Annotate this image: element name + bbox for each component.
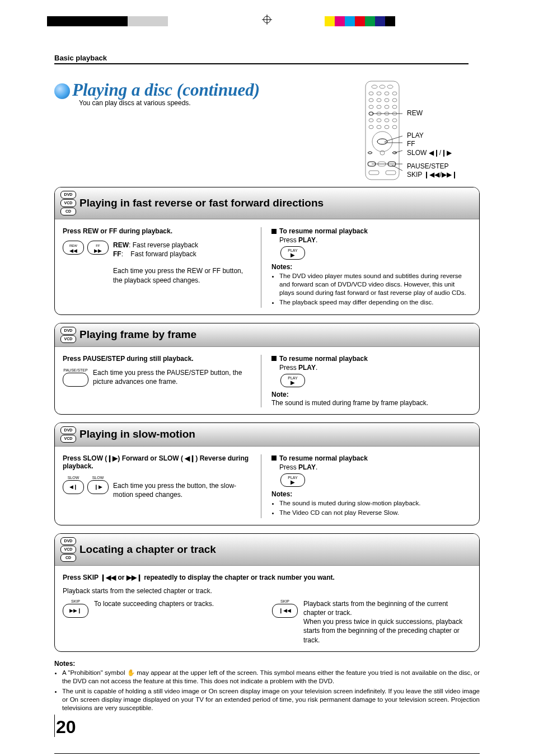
svg-rect-38 (386, 171, 396, 175)
crosshair-icon (262, 15, 272, 25)
instruction: Press SKIP ❙◀◀ or ▶▶❙ repeatedly to disp… (63, 574, 471, 581)
page-title: Playing a disc (continued) (72, 80, 260, 100)
title-bullet-icon (54, 83, 70, 99)
skip-next-desc: To locate succeeding chapters or tracks. (94, 599, 214, 608)
sub-instruction: Playback starts from the selected chapte… (63, 587, 471, 595)
svg-point-18 (392, 105, 397, 109)
section-title: Playing frame by frame (79, 328, 196, 341)
svg-line-44 (392, 165, 402, 171)
svg-point-15 (369, 105, 373, 109)
svg-point-29 (385, 125, 389, 129)
notes-label: Notes: (271, 263, 471, 271)
svg-point-31 (372, 132, 392, 152)
resume-heading: To resume normal playback (279, 355, 368, 363)
play-button-icon: PLAY▶ (280, 374, 305, 387)
section-title: Locating a chapter or track (79, 543, 216, 556)
note-text: The sound is muted during frame by frame… (271, 398, 471, 407)
svg-point-17 (385, 105, 389, 109)
svg-point-12 (377, 98, 381, 102)
disc-icon-cd: CD (60, 554, 76, 562)
slow-rev-button-icon: ◀❙ (63, 480, 84, 494)
remote-diagram: REW PLAY FF SLOW ◀❙/❙▶ PAUSE/STEP SKIP ❙… (362, 80, 480, 181)
remote-label-skip: SKIP ❙◀◀/▶▶❙ (407, 171, 457, 180)
note-item: The unit is capable of holding a still v… (62, 687, 480, 712)
section-title: Playing in slow-motion (79, 428, 195, 440)
resume-heading: To resume normal playback (279, 454, 368, 462)
svg-point-11 (369, 98, 373, 102)
note-item: The sound is muted during slow-motion pl… (279, 499, 471, 508)
pause-step-label: PAUSE/STEP (63, 368, 87, 372)
rew-button-icon: REW ◀◀ (63, 241, 84, 255)
disc-icon-cd: CD (60, 208, 76, 215)
ff-button-icon: FF ▶▶ (87, 241, 109, 255)
desc-speed-change: Each time you press the REW or FF button… (113, 266, 253, 284)
registration-blocks-right (325, 16, 395, 26)
pause-step-button-icon (63, 373, 88, 387)
remote-label-rew: REW (407, 109, 457, 118)
registration-blocks-left (47, 16, 168, 26)
section-label: Basic playback (54, 54, 469, 64)
instruction: Press REW or FF during playback. (63, 227, 253, 235)
page-number: 20 (56, 717, 76, 738)
svg-point-14 (392, 98, 397, 102)
print-footer: 2C01801A [E] P18-20 20 1/13/04, 5:05 PM (54, 753, 480, 756)
svg-rect-37 (369, 171, 379, 175)
section-title: Playing in fast reverse or fast forward … (79, 197, 324, 209)
remote-icon (362, 80, 402, 181)
desc-slow-speed: Each time you press the button, the slow… (113, 481, 253, 499)
play-button-icon: PLAY▶ (280, 473, 305, 487)
instruction: Press PAUSE/STEP during still playback. (63, 355, 253, 363)
remote-label-ff: FF (407, 140, 457, 149)
remote-label-slow: SLOW ◀❙/❙▶ (407, 149, 457, 158)
svg-point-28 (377, 125, 381, 129)
note-item: A "Prohibition" symbol ✋ may appear at t… (62, 669, 480, 685)
remote-label-pause: PAUSE/STEP (407, 162, 457, 171)
page-subtitle: You can play discs at various speeds. (79, 99, 362, 107)
disc-icon-dvd: DVD (60, 537, 76, 545)
slow-fwd-button-icon: ❙▶ (87, 480, 109, 494)
note-label: Note: (271, 391, 471, 398)
disc-icon-dvd: DVD (60, 327, 76, 335)
svg-point-9 (385, 92, 389, 95)
section-fast-rev-fwd: DVD VCD CD Playing in fast reverse or fa… (54, 187, 480, 315)
svg-point-5 (380, 85, 385, 88)
disc-icon-vcd: VCD (60, 435, 76, 443)
svg-point-25 (385, 119, 389, 122)
svg-point-33 (380, 151, 385, 155)
resume-heading: To resume normal playback (279, 227, 368, 235)
disc-icon-dvd: DVD (60, 191, 76, 199)
svg-point-23 (369, 119, 373, 122)
note-item: The Video CD can not play Reverse Slow. (279, 509, 471, 517)
svg-point-27 (369, 125, 373, 129)
disc-icon-vcd: VCD (60, 199, 76, 207)
disc-icon-dvd: DVD (60, 426, 76, 434)
svg-point-32 (377, 139, 387, 144)
section-frame-by-frame: DVD VCD Playing frame by frame Press PAU… (54, 323, 480, 415)
svg-point-4 (372, 85, 377, 88)
instruction: Press SLOW (❙▶) Forward or SLOW ( ◀❙) Re… (63, 454, 253, 470)
play-button-icon: PLAY▶ (280, 246, 305, 260)
bottom-notes: Notes: A "Prohibition" symbol ✋ may appe… (54, 660, 480, 712)
svg-rect-3 (366, 81, 399, 180)
svg-point-7 (369, 92, 373, 95)
svg-point-8 (377, 92, 381, 95)
note-item: The playback speed may differ depending … (279, 298, 471, 307)
svg-point-30 (392, 125, 397, 129)
skip-prev-desc: Playback starts from the beginning of th… (303, 599, 471, 645)
svg-point-10 (392, 92, 397, 95)
notes-label: Notes: (271, 490, 471, 498)
svg-point-6 (387, 85, 393, 88)
disc-icon-vcd: VCD (60, 335, 76, 343)
svg-point-24 (377, 119, 381, 122)
section-locate-chapter: DVD VCD CD Locating a chapter or track P… (54, 533, 480, 652)
note-item: The DVD video player mutes sound and sub… (279, 272, 471, 297)
skip-next-button-icon: ▶▶❙ (63, 604, 88, 618)
remote-label-play: PLAY (407, 132, 457, 140)
disc-icon-vcd: VCD (60, 546, 76, 553)
section-slow-motion: DVD VCD Playing in slow-motion Press SLO… (54, 422, 480, 525)
svg-point-26 (392, 119, 397, 122)
skip-prev-button-icon: ❙◀◀ (272, 604, 298, 618)
svg-line-40 (385, 136, 402, 142)
desc-frame-advance: Each time you press the PAUSE/STEP butto… (93, 368, 253, 386)
svg-point-13 (385, 98, 389, 102)
